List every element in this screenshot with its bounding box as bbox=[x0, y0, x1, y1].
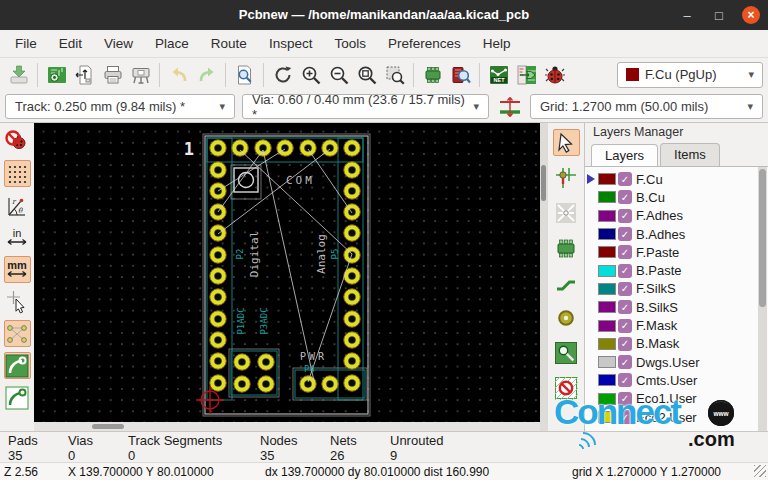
board-setup-button[interactable] bbox=[43, 61, 70, 89]
menu-file[interactable]: File bbox=[4, 30, 48, 57]
layer-row-dwgsuser[interactable]: Dwgs.User bbox=[585, 353, 768, 371]
zoom-in-button[interactable] bbox=[297, 61, 324, 89]
menu-route[interactable]: Route bbox=[200, 30, 258, 57]
layer-row-badhes[interactable]: B.Adhes bbox=[585, 225, 768, 243]
drc-button[interactable] bbox=[541, 61, 568, 89]
layer-visibility-checkbox[interactable] bbox=[618, 264, 632, 278]
analog-label: Analog bbox=[315, 234, 328, 274]
via-size-dropdown[interactable]: Via: 0.60 / 0.40 mm (23.6 / 15.7 mils) *… bbox=[242, 94, 489, 119]
menu-view[interactable]: View bbox=[93, 30, 144, 57]
zoom-fit-button[interactable] bbox=[353, 61, 380, 89]
menu-inspect[interactable]: Inspect bbox=[258, 30, 324, 57]
plot-button[interactable] bbox=[127, 61, 154, 89]
layer-visibility-checkbox[interactable] bbox=[618, 300, 632, 314]
vertical-scrollbar-thumb[interactable] bbox=[541, 165, 546, 201]
drc-off-button[interactable] bbox=[4, 128, 31, 155]
close-button[interactable]: × bbox=[742, 6, 760, 24]
find-button[interactable] bbox=[231, 61, 258, 89]
units-inch-button[interactable]: in bbox=[4, 224, 31, 251]
track-width-dropdown[interactable]: Track: 0.250 mm (9.84 mils) * ▾ bbox=[5, 94, 235, 119]
layer-visibility-checkbox[interactable] bbox=[618, 172, 632, 186]
layer-visibility-checkbox[interactable] bbox=[618, 282, 632, 296]
refresh-button[interactable] bbox=[269, 61, 296, 89]
highlight-net-button[interactable] bbox=[553, 164, 580, 191]
layer-row-fmask[interactable]: F.Mask bbox=[585, 316, 768, 334]
horizontal-scrollbar-thumb[interactable] bbox=[92, 424, 124, 429]
select-tool-button[interactable] bbox=[553, 129, 580, 156]
cursor-style-button[interactable] bbox=[4, 288, 31, 315]
horizontal-scrollbar[interactable] bbox=[34, 422, 540, 431]
layer-visibility-checkbox[interactable] bbox=[618, 355, 632, 369]
layer-visibility-checkbox[interactable] bbox=[618, 245, 632, 259]
menu-place[interactable]: Place bbox=[144, 30, 200, 57]
layer-row-bcu[interactable]: B.Cu bbox=[585, 188, 768, 206]
layer-visibility-checkbox[interactable] bbox=[618, 209, 632, 223]
p3adc-label: P3ADC bbox=[259, 307, 269, 334]
print-button[interactable] bbox=[99, 61, 126, 89]
left-toolbar: θr in mm bbox=[0, 123, 34, 431]
layer-row-eco1user[interactable]: Eco1.User bbox=[585, 390, 768, 408]
layer-row-bmask[interactable]: B.Mask bbox=[585, 335, 768, 353]
grid-size-dropdown[interactable]: Grid: 1.2700 mm (50.00 mils) ▾ bbox=[530, 94, 763, 119]
layer-row-fpaste[interactable]: F.Paste bbox=[585, 243, 768, 261]
layer-row-eco2user[interactable]: Eco2.User bbox=[585, 408, 768, 426]
netlist-button[interactable]: NET bbox=[485, 61, 512, 89]
dropdown-caret-icon: ▾ bbox=[473, 100, 479, 113]
add-via-button[interactable] bbox=[553, 304, 580, 331]
ratsnest-visibility-button[interactable] bbox=[4, 320, 31, 347]
menu-edit[interactable]: Edit bbox=[48, 30, 93, 57]
layer-list-scrollbar[interactable] bbox=[758, 167, 767, 431]
keepout-area-button[interactable] bbox=[553, 374, 580, 401]
add-via-icon bbox=[555, 307, 577, 329]
layer-list-scrollbar-thumb[interactable] bbox=[759, 169, 766, 307]
layer-row-bpaste[interactable]: B.Paste bbox=[585, 261, 768, 279]
active-layer-dropdown[interactable]: F.Cu (PgUp) ▾ bbox=[617, 62, 763, 88]
layer-color-swatch bbox=[598, 191, 616, 203]
layer-visibility-checkbox[interactable] bbox=[618, 373, 632, 387]
footprint-viewer-button[interactable] bbox=[447, 61, 474, 89]
menu-help[interactable]: Help bbox=[472, 30, 522, 57]
units-mm-button[interactable]: mm bbox=[4, 256, 31, 283]
tune-track-button[interactable] bbox=[553, 339, 580, 366]
resize-grip[interactable] bbox=[754, 465, 766, 477]
track-outline-mode-button[interactable] bbox=[4, 384, 31, 411]
auto-track-width-button[interactable] bbox=[496, 93, 523, 121]
layer-row-fcu[interactable]: F.Cu bbox=[585, 170, 768, 188]
tab-items[interactable]: Items bbox=[660, 143, 720, 166]
menu-tools[interactable]: Tools bbox=[323, 30, 377, 57]
layer-visibility-checkbox[interactable] bbox=[618, 410, 632, 424]
ratsnest-mode-button[interactable] bbox=[4, 352, 31, 379]
layer-visibility-checkbox[interactable] bbox=[618, 190, 632, 204]
update-pcb-button[interactable] bbox=[513, 61, 540, 89]
grid-size-label: Grid: 1.2700 mm (50.00 mils) bbox=[540, 99, 708, 114]
grid-visibility-button[interactable] bbox=[4, 160, 31, 187]
layer-row-fadhes[interactable]: F.Adhes bbox=[585, 207, 768, 225]
pcb-canvas[interactable]: 1 COM P2 Digital Analog P5 P1ADC P3ADC P… bbox=[34, 123, 540, 422]
redo-button[interactable] bbox=[193, 61, 220, 89]
polar-coords-button[interactable]: θr bbox=[4, 192, 31, 219]
route-tracks-button[interactable] bbox=[553, 269, 580, 296]
layer-row-fsilks[interactable]: F.SilkS bbox=[585, 280, 768, 298]
add-footprint-button[interactable] bbox=[553, 234, 580, 261]
layer-visibility-checkbox[interactable] bbox=[618, 337, 632, 351]
page-settings-button[interactable] bbox=[71, 61, 98, 89]
tab-layers[interactable]: Layers bbox=[591, 144, 658, 167]
layer-row-bsilks[interactable]: B.SilkS bbox=[585, 298, 768, 316]
layer-visibility-checkbox[interactable] bbox=[618, 227, 632, 241]
layer-visibility-checkbox[interactable] bbox=[618, 392, 632, 406]
maximize-button[interactable]: □ bbox=[710, 6, 728, 24]
layer-row-cmtsuser[interactable]: Cmts.User bbox=[585, 371, 768, 389]
svg-text:NET: NET bbox=[493, 76, 505, 82]
footprint-editor-button[interactable] bbox=[419, 61, 446, 89]
save-button[interactable] bbox=[5, 61, 32, 89]
coordinates-bar: Z 2.56 X 139.700000 Y 80.010000 dx 139.7… bbox=[0, 462, 768, 480]
menu-preferences[interactable]: Preferences bbox=[377, 30, 472, 57]
minimize-button[interactable]: – bbox=[678, 6, 696, 24]
vertical-scrollbar[interactable] bbox=[540, 123, 547, 431]
local-ratsnest-button[interactable] bbox=[553, 199, 580, 226]
zoom-selection-button[interactable] bbox=[381, 61, 408, 89]
layer-visibility-checkbox[interactable] bbox=[618, 319, 632, 333]
track-width-label: Track: 0.250 mm (9.84 mils) * bbox=[15, 99, 185, 114]
zoom-out-button[interactable] bbox=[325, 61, 352, 89]
undo-button[interactable] bbox=[165, 61, 192, 89]
